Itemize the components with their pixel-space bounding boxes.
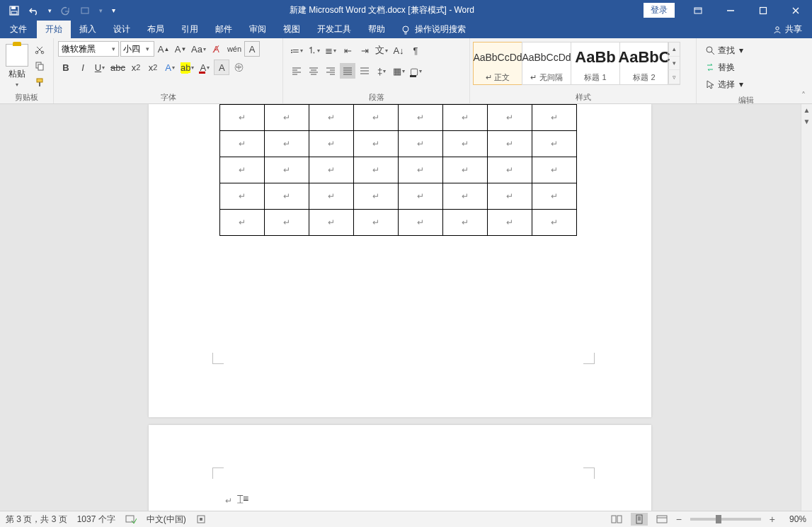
font-name-combo[interactable]: 微软雅黑▾ bbox=[58, 41, 119, 57]
table-cell[interactable]: ↵ bbox=[265, 210, 309, 236]
line-spacing-button[interactable]: ‡▾ bbox=[374, 63, 389, 79]
table-cell[interactable]: ↵ bbox=[309, 131, 354, 157]
table-cell[interactable]: ↵ bbox=[309, 105, 354, 131]
table-cell[interactable]: ↵ bbox=[309, 183, 354, 210]
table-cell[interactable]: ↵ bbox=[399, 210, 443, 236]
format-painter-button[interactable] bbox=[33, 75, 47, 89]
table-cell[interactable]: ↵ bbox=[443, 183, 488, 210]
zoom-slider[interactable] bbox=[690, 518, 761, 521]
align-right-button[interactable] bbox=[323, 63, 338, 79]
table-cell[interactable]: ↵ bbox=[532, 131, 577, 157]
zoom-out-button[interactable]: − bbox=[676, 514, 682, 525]
undo-button[interactable] bbox=[24, 0, 44, 21]
table-cell[interactable]: ↵ bbox=[399, 157, 443, 183]
distributed-button[interactable] bbox=[357, 63, 372, 79]
tell-me-search[interactable]: 操作说明搜索 bbox=[394, 21, 473, 38]
bullets-button[interactable]: ≔▾ bbox=[289, 42, 304, 58]
table-cell[interactable]: ↵ bbox=[399, 131, 443, 157]
increase-indent-button[interactable]: ⇥ bbox=[357, 42, 372, 58]
table-cell[interactable]: ↵ bbox=[532, 105, 577, 131]
tab-design[interactable]: 设计 bbox=[105, 21, 139, 38]
ribbon-display-options[interactable] bbox=[682, 0, 714, 21]
sort-button[interactable]: A↓ bbox=[391, 42, 406, 58]
table-cell[interactable]: ↵ bbox=[265, 157, 309, 183]
table-cell[interactable]: ↵ bbox=[532, 210, 577, 236]
collapse-ribbon-button[interactable]: ˄ bbox=[795, 38, 812, 103]
tab-view[interactable]: 视图 bbox=[275, 21, 309, 38]
language-indicator[interactable]: 中文(中国) bbox=[147, 514, 186, 526]
scroll-up-button[interactable]: ▲ bbox=[801, 104, 812, 115]
table-cell[interactable]: ↵ bbox=[443, 105, 488, 131]
table-cell[interactable]: ↵ bbox=[443, 157, 488, 183]
find-button[interactable]: 查找▾ bbox=[704, 42, 745, 58]
subscript-button[interactable]: x2 bbox=[128, 60, 144, 75]
table-cell[interactable]: ↵ bbox=[220, 183, 265, 210]
align-center-button[interactable] bbox=[306, 63, 321, 79]
zoom-in-button[interactable]: + bbox=[770, 514, 775, 525]
tab-file[interactable]: 文件 bbox=[0, 21, 37, 38]
document-table[interactable]: ↵↵↵↵↵↵↵↵↵↵↵↵↵↵↵↵↵↵↵↵↵↵↵↵↵↵↵↵↵↵↵↵↵↵↵↵↵↵↵↵ bbox=[219, 104, 577, 236]
table-cell[interactable]: ↵ bbox=[354, 105, 399, 131]
qat-customize[interactable]: ▾ bbox=[106, 0, 120, 21]
table-cell[interactable]: ↵ bbox=[488, 210, 532, 236]
decrease-indent-button[interactable]: ⇤ bbox=[340, 42, 355, 58]
style-tile[interactable]: AaBbCcDd↵ 无间隔 bbox=[522, 42, 571, 85]
page-3[interactable]: ↵ bbox=[149, 425, 651, 511]
table-cell[interactable]: ↵ bbox=[309, 157, 354, 183]
tab-developer[interactable]: 开发工具 bbox=[309, 21, 360, 38]
table-cell[interactable]: ↵ bbox=[354, 183, 399, 210]
page-2[interactable]: ↵↵↵↵↵↵↵↵↵↵↵↵↵↵↵↵↵↵↵↵↵↵↵↵↵↵↵↵↵↵↵↵↵↵↵↵↵↵↵↵ bbox=[149, 104, 651, 417]
table-cell[interactable]: ↵ bbox=[532, 157, 577, 183]
table-cell[interactable]: ↵ bbox=[488, 157, 532, 183]
table-cell[interactable]: ↵ bbox=[488, 131, 532, 157]
font-size-value[interactable] bbox=[121, 44, 142, 54]
signin-button[interactable]: 登录 bbox=[644, 3, 675, 18]
copy-button[interactable] bbox=[33, 59, 47, 73]
character-shading-button[interactable]: A bbox=[214, 60, 229, 75]
highlight-button[interactable]: ab▾ bbox=[179, 60, 195, 75]
shading-button[interactable]: ▦▾ bbox=[391, 63, 406, 79]
table-cell[interactable]: ↵ bbox=[309, 210, 354, 236]
tab-mailings[interactable]: 邮件 bbox=[207, 21, 241, 38]
table-cell[interactable]: ↵ bbox=[399, 183, 443, 210]
table-cell[interactable]: ↵ bbox=[265, 183, 309, 210]
spell-check-icon[interactable] bbox=[125, 514, 137, 524]
tab-home[interactable]: 开始 bbox=[37, 21, 71, 38]
tab-review[interactable]: 审阅 bbox=[241, 21, 275, 38]
borders-button[interactable]: ▢▾ bbox=[408, 63, 423, 79]
scroll-down-button[interactable]: ▼ bbox=[801, 115, 812, 127]
table-cell[interactable]: ↵ bbox=[488, 183, 532, 210]
font-color-button[interactable]: A▾ bbox=[197, 60, 212, 75]
table-cell[interactable]: ↵ bbox=[532, 183, 577, 210]
save-button[interactable] bbox=[4, 0, 24, 21]
qat-extra-dropdown[interactable]: ▾ bbox=[95, 7, 106, 14]
style-tile[interactable]: AaBb标题 1 bbox=[571, 42, 620, 85]
zoom-level[interactable]: 90% bbox=[781, 514, 806, 524]
tab-layout[interactable]: 布局 bbox=[139, 21, 173, 38]
table-cell[interactable]: ↵ bbox=[443, 210, 488, 236]
style-tile[interactable]: AaBbC标题 2 bbox=[619, 42, 669, 85]
read-mode-button[interactable] bbox=[608, 513, 625, 526]
table-cell[interactable]: ↵ bbox=[220, 131, 265, 157]
table-cell[interactable]: ↵ bbox=[265, 131, 309, 157]
document-area[interactable]: ↵↵↵↵↵↵↵↵↵↵↵↵↵↵↵↵↵↵↵↵↵↵↵↵↵↵↵↵↵↵↵↵↵↵↵↵↵↵↵↵… bbox=[0, 104, 801, 511]
shrink-font-button[interactable]: A▼ bbox=[173, 41, 188, 57]
undo-dropdown[interactable]: ▾ bbox=[44, 7, 55, 14]
macro-icon[interactable] bbox=[196, 514, 206, 524]
web-layout-button[interactable] bbox=[653, 513, 670, 526]
table-cell[interactable]: ↵ bbox=[399, 105, 443, 131]
cut-button[interactable] bbox=[33, 42, 47, 57]
table-cell[interactable]: ↵ bbox=[220, 105, 265, 131]
multilevel-list-button[interactable]: ≣▾ bbox=[323, 42, 338, 58]
enclose-characters-button[interactable]: ㊥ bbox=[231, 60, 246, 75]
strikethrough-button[interactable]: abc bbox=[109, 60, 127, 75]
style-tile[interactable]: AaBbCcDd↵ 正文 bbox=[473, 42, 522, 85]
vertical-scrollbar[interactable]: ▲ ▼ bbox=[801, 104, 812, 511]
page-indicator[interactable]: 第 3 页，共 3 页 bbox=[6, 514, 67, 526]
font-size-combo[interactable]: ▾ bbox=[120, 41, 154, 57]
minimize-button[interactable] bbox=[714, 0, 747, 21]
close-button[interactable] bbox=[779, 0, 812, 21]
italic-button[interactable]: I bbox=[75, 60, 91, 75]
paste-button[interactable]: 粘贴 ▾ bbox=[3, 40, 31, 88]
share-button[interactable]: 共享 bbox=[762, 21, 812, 38]
